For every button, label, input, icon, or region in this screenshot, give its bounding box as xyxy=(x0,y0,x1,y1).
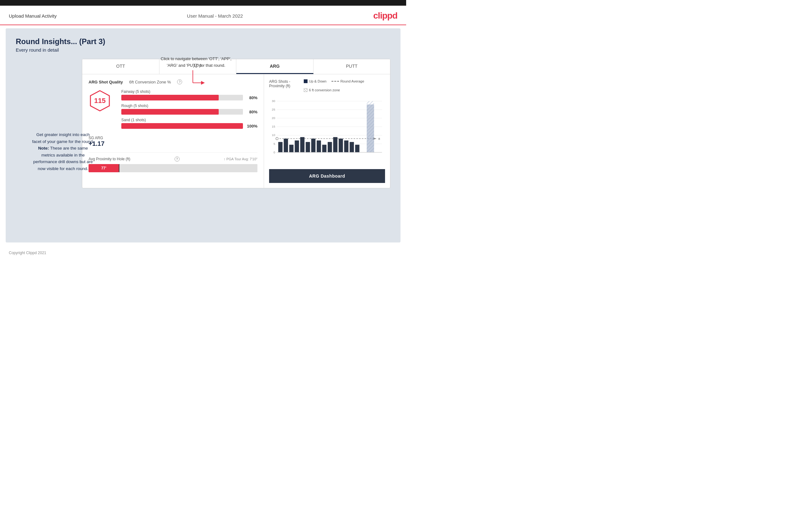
bar-label-rough: Rough (5 shots) xyxy=(121,104,257,108)
svg-text:15: 15 xyxy=(272,125,275,128)
legend-round-avg: Round Average xyxy=(332,79,364,83)
bar-bg-rough xyxy=(121,109,243,115)
card-area: OTT APP ARG PUTT ARG Shot Quality 6ft Co… xyxy=(82,59,391,188)
bar-bg-sand xyxy=(121,123,243,129)
svg-text:20: 20 xyxy=(272,116,275,120)
tab-putt[interactable]: PUTT xyxy=(313,59,391,74)
tabs-row: OTT APP ARG PUTT xyxy=(82,59,390,74)
legend-label-conversion: 6 ft conversion zone xyxy=(309,88,340,92)
proximity-cursor xyxy=(119,164,119,172)
svg-text:10: 10 xyxy=(272,133,275,137)
card-right: ARG Shots - Proximity (ft) Up & Down Rou… xyxy=(264,74,390,188)
svg-rect-26 xyxy=(295,140,299,153)
layout-wrapper: Click to navigate between 'OTT', 'APP', … xyxy=(16,59,391,188)
svg-text:30: 30 xyxy=(272,99,275,103)
svg-rect-34 xyxy=(339,138,343,153)
chart-svg-wrap: 30 25 20 15 10 5 0 xyxy=(269,96,385,167)
svg-text:5: 5 xyxy=(273,142,275,146)
legend-up-down: Up & Down xyxy=(304,79,326,83)
legend-dashed-line xyxy=(332,81,339,81)
card-left: ARG Shot Quality 6ft Conversion Zone % ?… xyxy=(82,74,264,188)
navigate-hint: Click to navigate between 'OTT', 'APP', … xyxy=(161,56,232,89)
upload-manual-activity-link[interactable]: Upload Manual Activity xyxy=(9,13,57,18)
svg-rect-25 xyxy=(289,145,294,153)
legend-label-up-down: Up & Down xyxy=(309,79,326,83)
arg-shot-quality-label: ARG Shot Quality xyxy=(89,80,123,84)
bar-label-sand: Sand (1 shots) xyxy=(121,118,257,122)
svg-rect-33 xyxy=(333,137,338,152)
svg-point-19 xyxy=(276,137,278,140)
legend-label-round-avg: Round Average xyxy=(340,79,364,83)
top-bar xyxy=(0,0,406,6)
sg-section: SG ARG +1.17 xyxy=(89,136,257,148)
left-panel: Get greater insight into each facet of y… xyxy=(32,131,95,172)
bar-fill-fairway xyxy=(121,95,219,101)
arg-chart-svg: 30 25 20 15 10 5 0 xyxy=(269,96,385,166)
svg-rect-37 xyxy=(355,145,359,153)
svg-rect-24 xyxy=(284,138,288,153)
arg-dashboard-button[interactable]: ARG Dashboard xyxy=(269,169,385,183)
svg-rect-29 xyxy=(311,138,316,153)
svg-rect-36 xyxy=(350,142,354,153)
bar-bg-fairway xyxy=(121,95,243,101)
tab-arg[interactable]: ARG xyxy=(236,59,313,74)
legend-conversion: 6 ft conversion zone xyxy=(304,88,340,92)
proximity-bar-fill: 77' xyxy=(89,164,119,172)
header: Upload Manual Activity User Manual - Mar… xyxy=(0,6,406,25)
card-body: ARG Shot Quality 6ft Conversion Zone % ?… xyxy=(82,74,390,188)
copyright: Copyright Clippd 2021 xyxy=(0,246,406,260)
chart-header: ARG Shots - Proximity (ft) Up & Down Rou… xyxy=(269,79,385,95)
page-title: Round Insights... (Part 3) xyxy=(16,37,391,46)
bar-pct-fairway: 80% xyxy=(246,96,257,100)
svg-rect-23 xyxy=(278,142,283,153)
svg-text:8: 8 xyxy=(378,137,380,140)
hex-badge: 115 xyxy=(89,90,111,112)
proximity-label: Avg Proximity to Hole (ft) xyxy=(89,157,130,161)
svg-rect-30 xyxy=(317,140,321,153)
bar-row-fairway: Fairway (5 shots) 80% xyxy=(121,90,257,101)
bar-pct-sand: 100% xyxy=(246,124,257,128)
bar-row-sand: Sand (1 shots) 100% xyxy=(121,118,257,129)
bar-label-fairway: Fairway (5 shots) xyxy=(121,90,257,94)
bars-section: Fairway (5 shots) 80% Rough (5 shots) xyxy=(121,90,257,132)
proximity-value: 77' xyxy=(101,166,106,170)
bar-row-rough: Rough (5 shots) 80% xyxy=(121,104,257,115)
svg-rect-31 xyxy=(322,145,327,153)
bar-fill-rough xyxy=(121,109,219,115)
proximity-help-icon[interactable]: ? xyxy=(174,157,180,162)
sg-label: SG ARG xyxy=(89,136,257,140)
svg-text:0: 0 xyxy=(273,151,275,154)
sg-value: +1.17 xyxy=(89,140,257,148)
svg-rect-28 xyxy=(306,142,310,153)
tab-ott[interactable]: OTT xyxy=(82,59,159,74)
pga-avg: ↑ PGA Tour Avg: 7'10" xyxy=(224,157,257,161)
document-title: User Manual - March 2022 xyxy=(187,13,243,18)
clippd-logo: clippd xyxy=(373,11,397,21)
svg-text:25: 25 xyxy=(272,108,275,111)
svg-rect-38 xyxy=(367,105,374,153)
svg-rect-35 xyxy=(344,140,349,153)
legend-box-up-down xyxy=(304,79,308,83)
bar-fill-sand xyxy=(121,123,243,129)
hex-number: 115 xyxy=(94,97,106,105)
page-subtitle: Every round in detail xyxy=(16,47,391,53)
chart-legend: Up & Down Round Average 6 ft conversion … xyxy=(304,79,385,92)
proximity-section: Avg Proximity to Hole (ft) ? ↑ PGA Tour … xyxy=(89,153,257,172)
proximity-header: Avg Proximity to Hole (ft) ? ↑ PGA Tour … xyxy=(89,157,257,162)
svg-marker-2 xyxy=(201,81,205,85)
bar-pct-rough: 80% xyxy=(246,110,257,114)
svg-rect-27 xyxy=(300,137,305,152)
navigate-arrow xyxy=(184,70,209,89)
svg-rect-32 xyxy=(328,142,332,153)
main-content: Round Insights... (Part 3) Every round i… xyxy=(6,29,401,242)
legend-hatch-box xyxy=(304,88,308,92)
proximity-bar-track: 77' xyxy=(89,164,257,172)
hex-container: 115 Fairway (5 shots) 80% xyxy=(89,90,257,132)
chart-title: ARG Shots - Proximity (ft) xyxy=(269,79,304,88)
